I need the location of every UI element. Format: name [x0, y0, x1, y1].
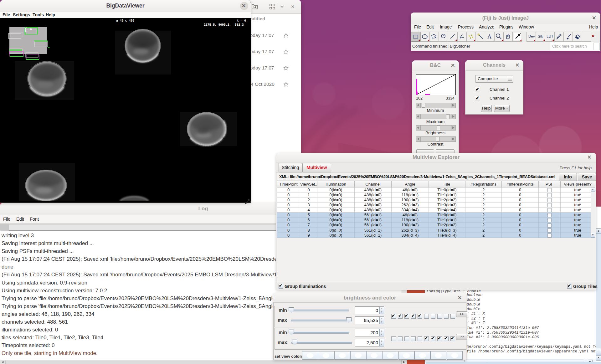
svg-text:Stk: Stk [538, 34, 543, 38]
svg-text:x: x [30, 27, 32, 30]
svg-text:z: z [25, 29, 26, 33]
svg-text:A: A [487, 33, 491, 40]
svg-text:LUT: LUT [547, 34, 553, 38]
svg-text:Dev: Dev [528, 34, 535, 38]
